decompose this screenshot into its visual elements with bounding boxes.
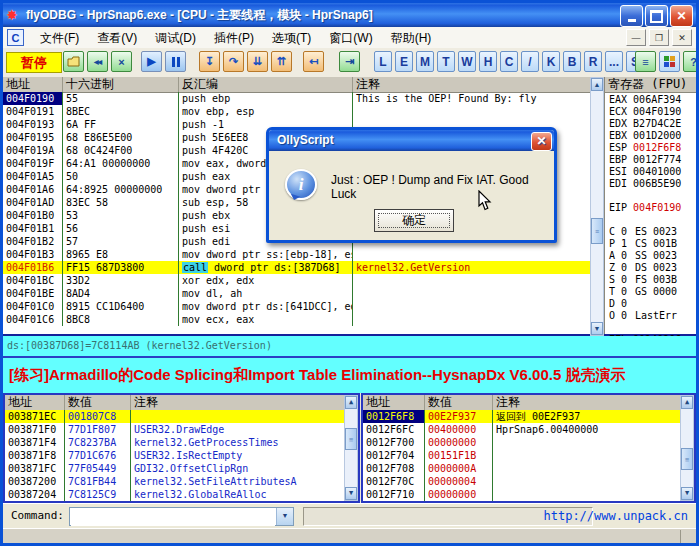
table-row[interactable]: 0012F71000000000 xyxy=(363,488,680,501)
menu-item-p[interactable]: 插件(P) xyxy=(205,29,263,47)
maximize-button[interactable] xyxy=(645,5,668,27)
scroll-up-icon[interactable]: ▲ xyxy=(681,396,693,409)
view-button-dots[interactable]: ... xyxy=(605,51,623,72)
step-over-button[interactable]: ↷ xyxy=(223,51,244,72)
menu-item-f[interactable]: 文件(F) xyxy=(31,29,88,47)
run-button[interactable]: ▶ xyxy=(141,51,162,72)
flag-row[interactable]: T 0GS 0000 xyxy=(605,286,697,298)
table-row[interactable]: 003872047C8125C9kernel32.GlobalReAlloc xyxy=(5,488,344,501)
menu-item-d[interactable]: 调试(D) xyxy=(146,29,205,47)
view-button-T[interactable]: T xyxy=(437,51,455,72)
scroll-down-icon[interactable]: ▼ xyxy=(591,322,603,335)
view-button-C[interactable]: C xyxy=(500,51,518,72)
view-button-E[interactable]: E xyxy=(395,51,413,72)
goto-button[interactable]: ⇥ xyxy=(339,51,360,72)
disasm-row[interactable]: 004F01BC33D2xor edx, edx xyxy=(3,274,590,287)
scroll-thumb[interactable]: ≡ xyxy=(681,448,693,470)
register-row[interactable]: ESI 00401000 xyxy=(605,166,697,178)
table-row[interactable]: 003872007C81FB44kernel32.SetFileAttribut… xyxy=(5,475,344,488)
register-row[interactable]: ECX 004F0190 xyxy=(605,106,697,118)
flag-row[interactable]: P 1CS 001B xyxy=(605,238,697,250)
disasm-row[interactable]: 004F01918BECmov ebp, esp xyxy=(3,105,590,118)
table-row[interactable]: 003871FC77F05449GDI32.OffsetClipRgn xyxy=(5,462,344,475)
view-button-M[interactable]: M xyxy=(416,51,434,72)
table-row[interactable]: 0012F7080000000A xyxy=(363,462,680,475)
flag-row[interactable]: A 0SS 0023 xyxy=(605,250,697,262)
dialog-close-button[interactable]: ✕ xyxy=(531,132,552,151)
command-combobox[interactable]: ▼ xyxy=(69,507,294,526)
register-row[interactable]: ESP 0012F6F8 xyxy=(605,142,697,154)
log-button[interactable]: ≡ xyxy=(635,51,656,72)
trace-into-button[interactable]: ⇊ xyxy=(247,51,268,72)
chevron-down-icon[interactable]: ▼ xyxy=(276,508,293,525)
disassembly-scrollbar[interactable]: ▲ ≡ ▼ xyxy=(590,77,604,336)
dump-scrollbar[interactable]: ▲ ≡ ▼ xyxy=(344,395,358,501)
flag-row[interactable]: O 0LastErr xyxy=(605,310,697,322)
table-row[interactable]: 003871F47C8237BAkernel32.GetProcessTimes xyxy=(5,436,344,449)
view-button-slash[interactable]: / xyxy=(521,51,539,72)
view-button-R[interactable]: R xyxy=(584,51,602,72)
windows-button[interactable] xyxy=(659,51,680,72)
trace-over-button[interactable]: ⇈ xyxy=(271,51,292,72)
mdi-minimize-button[interactable]: — xyxy=(626,29,646,46)
open-button[interactable] xyxy=(63,51,84,72)
table-row[interactable]: 0012F70000000000 xyxy=(363,436,680,449)
disasm-row[interactable]: 004F01C08915 CC1D6400mov dword ptr ds:[6… xyxy=(3,300,590,313)
disasm-row[interactable]: 004F01B6FF15 687D3800call dword ptr ds:[… xyxy=(3,261,590,274)
scroll-thumb[interactable]: ≡ xyxy=(345,428,357,450)
pause-button[interactable] xyxy=(165,51,186,72)
close-button[interactable]: × xyxy=(111,51,132,72)
table-row[interactable]: 003871F077D1F807USER32.DrawEdge xyxy=(5,423,344,436)
dialog-title-bar[interactable]: OllyScript ✕ xyxy=(269,130,554,151)
table-row[interactable]: 0012F6F800E2F937返回到 00E2F937 xyxy=(363,410,680,423)
unpack-url-link[interactable]: http://www.unpack.cn xyxy=(544,509,689,523)
register-row[interactable]: EDI 006B5E90 xyxy=(605,178,697,190)
help-button[interactable]: ? xyxy=(683,51,699,72)
flag-row[interactable]: S 0FS 003B xyxy=(605,274,697,286)
register-row[interactable]: EAX 006AF394 xyxy=(605,94,697,106)
scroll-down-icon[interactable]: ▼ xyxy=(345,487,357,500)
restart-button[interactable]: ◀◀ xyxy=(87,51,108,72)
view-button-K[interactable]: K xyxy=(542,51,560,72)
register-row[interactable]: EBX 001D2000 xyxy=(605,130,697,142)
register-row[interactable]: EBP 0012F774 xyxy=(605,154,697,166)
menu-item-v[interactable]: 查看(V) xyxy=(88,29,146,47)
address-cell: 004F019F xyxy=(3,157,63,170)
step-into-button[interactable]: ↧ xyxy=(199,51,220,72)
menu-item-w[interactable]: 窗口(W) xyxy=(320,29,381,47)
flag-row[interactable]: Z 0DS 0023 xyxy=(605,262,697,274)
register-row[interactable]: EIP 004F0190 xyxy=(605,202,697,214)
menu-item-t[interactable]: 选项(T) xyxy=(263,29,320,47)
view-button-L[interactable]: L xyxy=(374,51,392,72)
disasm-row[interactable]: 004F01BE8AD4mov dl, ah xyxy=(3,287,590,300)
scroll-up-icon[interactable]: ▲ xyxy=(591,78,603,91)
command-input[interactable] xyxy=(71,509,275,526)
close-button[interactable]: ✕ xyxy=(670,5,693,27)
title-bar[interactable]: ✸ flyODBG - HprSnap6.exe - [CPU - 主要线程，模… xyxy=(3,3,696,27)
exec-till-return-button[interactable]: ↤ xyxy=(303,51,324,72)
scroll-down-icon[interactable]: ▼ xyxy=(681,487,693,500)
disasm-row[interactable]: 004F019055push ebpThis is the OEP! Found… xyxy=(3,92,590,105)
table-row[interactable]: 0012F70C00000004 xyxy=(363,475,680,488)
disasm-row[interactable]: 004F01C68BC8mov ecx, eax xyxy=(3,313,590,326)
flag-row[interactable]: C 0ES 0023 xyxy=(605,226,697,238)
table-row[interactable]: 003871F877D1C676USER32.IsRectEmpty xyxy=(5,449,344,462)
register-row[interactable]: EDX B27D4C2E xyxy=(605,118,697,130)
mdi-restore-button[interactable]: ❐ xyxy=(649,29,669,46)
stack-scrollbar[interactable]: ▲ ≡ ▼ xyxy=(680,395,694,501)
cpu-window-icon[interactable]: C xyxy=(7,29,24,46)
scroll-thumb[interactable]: ≡ xyxy=(591,218,603,244)
view-button-W[interactable]: W xyxy=(458,51,476,72)
mdi-close-button[interactable]: ✕ xyxy=(672,29,692,46)
view-button-H[interactable]: H xyxy=(479,51,497,72)
table-row[interactable]: 0012F6FC00400000HprSnap6.00400000 xyxy=(363,423,680,436)
flag-row[interactable]: D 0 xyxy=(605,298,697,310)
minimize-button[interactable] xyxy=(620,5,643,27)
view-button-B[interactable]: B xyxy=(563,51,581,72)
disasm-row[interactable]: 004F01B38965 E8mov dword ptr ss:[ebp-18]… xyxy=(3,248,590,261)
scroll-up-icon[interactable]: ▲ xyxy=(345,396,357,409)
menu-item-h[interactable]: 帮助(H) xyxy=(382,29,441,47)
table-row[interactable]: 003871EC001807C8 xyxy=(5,410,344,423)
ok-button[interactable]: 确定 xyxy=(374,209,454,232)
table-row[interactable]: 0012F70400151F1B xyxy=(363,449,680,462)
